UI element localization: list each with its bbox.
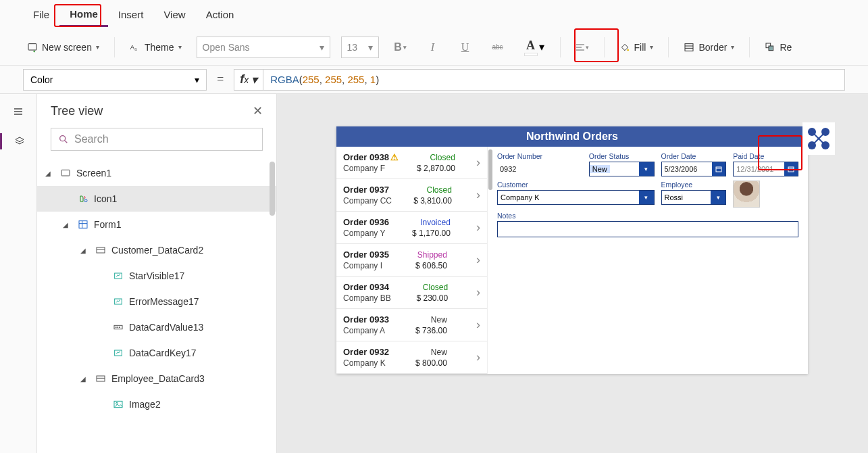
order-status-select[interactable]: New ▾ — [589, 162, 655, 176]
chevron-down-icon: ▾ — [251, 72, 257, 87]
tree-item-datacardvalue13[interactable]: DataCardValue13 — [37, 314, 276, 340]
order-row[interactable]: Order 0937Company CCClosed$ 3,810.00› — [336, 179, 487, 212]
card-icon — [94, 373, 107, 385]
fill-icon — [619, 42, 630, 53]
menu-insert[interactable]: Insert — [108, 3, 154, 26]
employee-select[interactable]: Rossi ▾ — [661, 190, 727, 205]
formula-input[interactable]: RGBA(255, 255, 255, 1) — [263, 69, 845, 91]
tree-item-image2[interactable]: Image2 — [37, 391, 276, 417]
order-date-input[interactable]: 5/23/2006 — [661, 162, 727, 176]
separator — [668, 37, 669, 57]
svg-rect-9 — [685, 43, 693, 51]
order-company: Company Y — [343, 229, 389, 238]
scrollbar[interactable] — [270, 162, 275, 216]
order-company: Company A — [343, 326, 389, 335]
tree-item-employee_datacard3[interactable]: ◢Employee_DataCard3 — [37, 366, 276, 391]
order-date-value: 5/23/2006 — [662, 165, 700, 173]
collapser-icon[interactable]: ◢ — [80, 247, 90, 254]
svg-rect-21 — [79, 221, 87, 229]
collapser-icon[interactable]: ◢ — [80, 375, 90, 383]
order-list[interactable]: Order 0938⚠Company FClosed$ 2,870.00›Ord… — [336, 147, 488, 374]
order-detail-form: Order Number 0932 Order Status New ▾ Ord… — [488, 147, 808, 374]
tree-view-rail-button[interactable] — [0, 133, 36, 149]
equals-label: = — [213, 72, 227, 87]
canvas[interactable]: Northwind Orders Order 0938⚠Company FClo… — [277, 94, 868, 453]
strikethrough-button[interactable]: abc — [487, 37, 509, 58]
underline-button[interactable]: U — [455, 37, 476, 58]
tree-item-starvisible17[interactable]: StarVisible17 — [37, 263, 276, 289]
new-screen-label: New screen — [42, 42, 92, 53]
font-color-button[interactable]: A ▾ — [519, 35, 549, 59]
order-number: Order 0937 — [343, 185, 392, 195]
icon-icon — [76, 193, 90, 205]
search-icon — [58, 134, 69, 145]
font-color-swatch — [524, 53, 538, 56]
svg-rect-33 — [97, 376, 105, 381]
collapser-icon[interactable]: ◢ — [63, 221, 72, 229]
paid-date-input[interactable]: 12/31/2001 — [733, 162, 798, 176]
chevron-down-icon: ▾ — [96, 43, 99, 51]
close-icon[interactable]: ✕ — [253, 103, 263, 118]
chevron-down-icon: ▾ — [650, 43, 653, 51]
border-button[interactable]: Border ▾ — [680, 39, 738, 55]
tree-item-label: DataCardKey17 — [129, 348, 197, 358]
tree-search-input[interactable]: Search — [51, 128, 263, 151]
menu-action[interactable]: Action — [196, 3, 245, 26]
tree-item-form1[interactable]: ◢Form1 — [37, 212, 276, 237]
menu-file[interactable]: File — [23, 3, 59, 26]
employee-value: Rossi — [662, 193, 686, 201]
formula-fn: RGBA — [270, 74, 299, 85]
order-number-label: Order Number — [497, 152, 582, 160]
customer-select[interactable]: Company K ▾ — [497, 190, 655, 205]
font-name-select[interactable]: Open Sans ▾ — [197, 37, 330, 58]
menu-view[interactable]: View — [153, 3, 195, 26]
align-button[interactable]: ▾ — [571, 37, 593, 58]
order-row[interactable]: Order 0934Company BBClosed$ 230.00› — [336, 277, 487, 309]
reorder-button[interactable]: Re — [761, 39, 796, 55]
ctrl-icon — [111, 347, 125, 359]
tree-item-errormessage17[interactable]: ErrorMessage17 — [37, 289, 276, 314]
order-number: Order 0933 — [343, 314, 389, 325]
card-icon — [94, 244, 107, 256]
main-area: Tree view ✕ Search ◢Screen1Icon1◢Form1◢C… — [0, 94, 868, 453]
italic-button[interactable]: I — [422, 37, 444, 58]
svg-point-40 — [821, 128, 829, 136]
fill-button[interactable]: Fill ▾ — [615, 39, 658, 55]
order-row[interactable]: Order 0936Company YInvoiced$ 1,170.00› — [336, 212, 487, 244]
new-screen-button[interactable]: New screen ▾ — [23, 39, 103, 55]
chevron-down-icon: ▾ — [320, 42, 324, 53]
fx-button[interactable]: fx ▾ — [234, 69, 263, 91]
form-icon — [76, 218, 90, 231]
svg-rect-0 — [28, 43, 36, 49]
order-date-label: Order Date — [661, 152, 727, 160]
theme-button[interactable]: Aa Theme ▾ — [126, 39, 186, 55]
order-status: Closed — [430, 153, 455, 162]
tree-item-icon1[interactable]: Icon1 — [37, 186, 276, 212]
property-select[interactable]: Color ▾ — [23, 69, 207, 91]
separator — [560, 37, 561, 57]
calendar-icon — [712, 162, 725, 176]
svg-point-30 — [118, 327, 118, 327]
separator — [604, 37, 605, 57]
order-number-value: 0932 — [497, 162, 582, 176]
tree-item-customer_datacard2[interactable]: ◢Customer_DataCard2 — [37, 237, 276, 263]
property-value: Color — [30, 74, 53, 85]
ctrl-icon — [111, 270, 125, 282]
menu-home[interactable]: Home — [59, 3, 108, 27]
chevron-down-icon: ▾ — [711, 191, 725, 204]
chevron-down-icon: ▾ — [368, 42, 373, 53]
order-row[interactable]: Order 0938⚠Company FClosed$ 2,870.00› — [336, 147, 487, 179]
order-row[interactable]: Order 0932Company KNew$ 800.00› — [336, 341, 487, 374]
tree-item-label: Screen1 — [76, 168, 111, 178]
svg-rect-13 — [769, 46, 773, 51]
collapser-icon[interactable]: ◢ — [45, 170, 55, 177]
hamburger-icon[interactable] — [10, 103, 26, 120]
bold-button[interactable]: B▾ — [390, 37, 411, 58]
font-size-select[interactable]: 13 ▾ — [341, 37, 379, 58]
tree-item-screen1[interactable]: ◢Screen1 — [37, 160, 276, 186]
notes-input[interactable] — [497, 221, 798, 237]
order-row[interactable]: Order 0935Company IShipped$ 606.50› — [336, 244, 487, 277]
order-number: Order 0936 — [343, 217, 389, 227]
tree-item-datacardkey17[interactable]: DataCardKey17 — [37, 340, 276, 366]
order-row[interactable]: Order 0933Company ANew$ 736.00› — [336, 309, 487, 341]
